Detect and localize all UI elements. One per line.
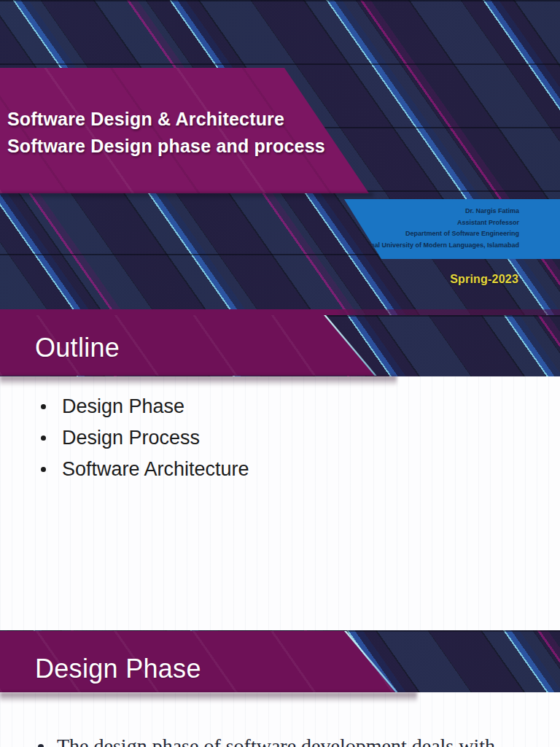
list-item: Design Process bbox=[34, 422, 249, 454]
slide3-header-background-art: Design Phase bbox=[0, 630, 560, 692]
outline-bullet-list: Design Phase Design Process Software Arc… bbox=[34, 391, 249, 485]
lecture-title: Software Design phase and process bbox=[7, 133, 386, 160]
list-item: Design Phase bbox=[34, 391, 249, 422]
slide-design-phase: Design Phase The design phase of softwar… bbox=[0, 630, 560, 747]
title-banner-shadow bbox=[0, 193, 373, 199]
slide-title: Software Design & Architecture Software … bbox=[0, 0, 560, 315]
slide3-body-first-line: The design phase of software development… bbox=[34, 734, 495, 747]
slide2-header-title: Outline bbox=[35, 333, 120, 363]
bullet-label: Software Architecture bbox=[62, 458, 249, 481]
slide1-bottom-stripe bbox=[0, 309, 560, 315]
bullet-label: Design Process bbox=[62, 427, 200, 449]
document-page: Software Design & Architecture Software … bbox=[0, 0, 560, 747]
slide3-header-title: Design Phase bbox=[35, 654, 201, 684]
slide-outline: Outline Design Phase Design Process Soft… bbox=[0, 315, 560, 630]
bullet-icon bbox=[41, 436, 46, 441]
body-text-fragment: The design phase of software development… bbox=[57, 734, 495, 747]
term-label: Spring-2023 bbox=[450, 273, 518, 286]
bullet-icon bbox=[41, 404, 46, 409]
slide2-header-background-art: Outline bbox=[0, 315, 560, 376]
bullet-icon bbox=[41, 467, 46, 472]
bullet-icon bbox=[38, 744, 44, 747]
slide3-band-shadow bbox=[0, 692, 417, 703]
list-item: Software Architecture bbox=[34, 454, 249, 485]
bullet-label: Design Phase bbox=[62, 395, 184, 418]
slide2-band-shadow bbox=[0, 376, 397, 386]
